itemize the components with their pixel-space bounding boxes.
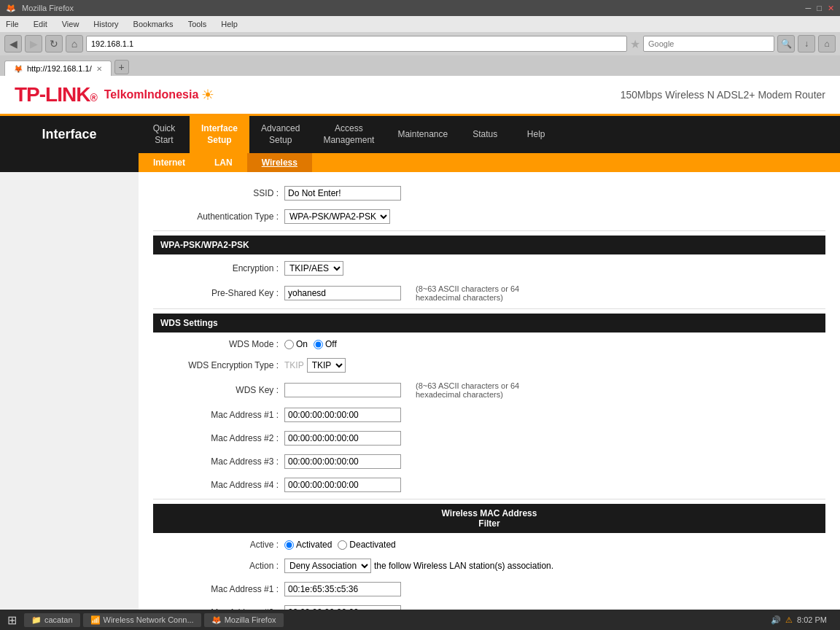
deactivated-label[interactable]: Deactivated bbox=[338, 540, 395, 550]
wds-mac1-row: Mac Address #1 : bbox=[153, 405, 825, 424]
nav-quick-start[interactable]: QuickStart bbox=[139, 116, 190, 153]
wds-on-label[interactable]: On bbox=[284, 339, 308, 349]
wds-mode-row: WDS Mode : On Off bbox=[153, 337, 825, 351]
wds-encryption-label: WDS Encryption Type : bbox=[153, 360, 284, 370]
active-radio-group: Activated Deactivated bbox=[284, 540, 396, 550]
menu-history[interactable]: History bbox=[90, 18, 121, 30]
wds-mac3-label: Mac Address #3 : bbox=[153, 456, 284, 467]
subnav-wireless[interactable]: Wireless bbox=[247, 153, 312, 172]
firefox-taskbar-icon: 🦊 bbox=[211, 615, 222, 625]
subnav-lan[interactable]: LAN bbox=[200, 153, 247, 172]
wds-mac1-label: Mac Address #1 : bbox=[153, 410, 284, 420]
wds-mac4-label: Mac Address #4 : bbox=[153, 480, 284, 490]
encryption-row: Encryption : TKIP/AES bbox=[153, 259, 825, 278]
back-button[interactable]: ◀ bbox=[4, 35, 22, 52]
nav-maintenance[interactable]: Maintenance bbox=[386, 116, 459, 153]
wds-mac2-label: Mac Address #2 : bbox=[153, 433, 284, 443]
active-tab[interactable]: 🦊 http://192.168.1.1/ ✕ bbox=[4, 61, 112, 76]
psk-label: Pre-Shared Key : bbox=[153, 288, 284, 298]
menu-view[interactable]: View bbox=[59, 18, 82, 30]
wds-mac2-input[interactable] bbox=[284, 431, 401, 446]
content-area: SSID : Authentication Type : WPA-PSK/WPA… bbox=[139, 172, 840, 630]
nav-access-management[interactable]: AccessManagement bbox=[311, 116, 386, 153]
tab-bar: 🦊 http://192.168.1.1/ ✕ + bbox=[0, 55, 840, 76]
folder-icon: 📁 bbox=[31, 615, 42, 625]
wds-encryption-select[interactable]: TKIP bbox=[307, 358, 346, 373]
sub-nav-spacer bbox=[0, 153, 139, 172]
home-button[interactable]: ⌂ bbox=[66, 35, 83, 52]
wds-on-radio[interactable] bbox=[284, 340, 294, 349]
minimize-btn[interactable]: ─ bbox=[806, 4, 812, 13]
wds-off-radio[interactable] bbox=[314, 340, 323, 349]
wds-mac1-input[interactable] bbox=[284, 408, 401, 422]
address-bar[interactable] bbox=[86, 36, 627, 52]
download-icon[interactable]: ↓ bbox=[798, 35, 815, 52]
wds-key-input[interactable] bbox=[284, 383, 401, 397]
main-layout: SSID : Authentication Type : WPA-PSK/WPA… bbox=[0, 172, 840, 630]
tp-link-logo: TP-LINK® bbox=[15, 83, 97, 106]
logo-area: TP-LINK® TelkomIndonesia ☀ bbox=[15, 83, 214, 106]
maximize-btn[interactable]: □ bbox=[817, 4, 822, 13]
wds-mac4-row: Mac Address #4 : bbox=[153, 475, 825, 494]
menu-tools[interactable]: Tools bbox=[185, 18, 210, 30]
menu-help[interactable]: Help bbox=[218, 18, 241, 30]
menu-file[interactable]: File bbox=[3, 18, 22, 30]
search-icon[interactable]: 🔍 bbox=[777, 35, 795, 52]
taskbar-firefox[interactable]: 🦊 Mozilla Firefox bbox=[204, 613, 284, 627]
ssid-row: SSID : bbox=[153, 184, 825, 203]
sub-nav: Internet LAN Wireless bbox=[139, 153, 840, 172]
wpa-section-header: WPA-PSK/WPA2-PSK bbox=[153, 236, 825, 254]
alert-icon: ⚠ bbox=[785, 615, 793, 625]
new-tab-button[interactable]: + bbox=[114, 60, 129, 74]
taskbar-wireless[interactable]: 📶 Wireless Network Conn... bbox=[83, 613, 201, 627]
wds-encryption-row: WDS Encryption Type : TKIP TKIP bbox=[153, 356, 825, 375]
browser-toolbar: ◀ ▶ ↻ ⌂ ★ 🔍 ↓ ⌂ bbox=[0, 32, 840, 55]
menu-bookmarks[interactable]: Bookmarks bbox=[131, 18, 176, 30]
wds-off-label[interactable]: Off bbox=[314, 339, 337, 349]
wds-encryption-value: TKIP bbox=[284, 360, 304, 370]
auth-type-select[interactable]: WPA-PSK/WPA2-PSK bbox=[284, 209, 390, 224]
left-sidebar bbox=[0, 172, 139, 630]
encryption-label: Encryption : bbox=[153, 263, 284, 273]
subnav-internet[interactable]: Internet bbox=[139, 153, 200, 172]
filter-mac1-label: Mac Address #1 : bbox=[153, 584, 284, 594]
wds-mac4-input[interactable] bbox=[284, 478, 401, 492]
wds-mac3-row: Mac Address #3 : bbox=[153, 452, 825, 471]
home-icon[interactable]: ⌂ bbox=[818, 35, 836, 52]
active-label: Active : bbox=[153, 540, 284, 550]
filter-mac1-input[interactable] bbox=[284, 582, 401, 596]
action-suffix: the follow Wireless LAN station(s) assoc… bbox=[374, 561, 553, 571]
nav-advanced-setup[interactable]: AdvancedSetup bbox=[249, 116, 311, 153]
active-row: Active : Activated Deactivated bbox=[153, 537, 825, 552]
search-bar[interactable] bbox=[643, 36, 774, 52]
menu-edit[interactable]: Edit bbox=[31, 18, 50, 30]
wds-key-row: WDS Key : (8~63 ASCII characters or 64he… bbox=[153, 379, 825, 401]
wds-mac3-input[interactable] bbox=[284, 454, 401, 469]
firefox-icon: 🦊 bbox=[6, 4, 16, 13]
action-select[interactable]: Deny Association bbox=[284, 559, 371, 573]
tab-close-btn[interactable]: ✕ bbox=[96, 65, 102, 73]
router-model: 150Mbps Wireless N ADSL2+ Modem Router bbox=[621, 89, 825, 101]
taskbar-system-icons: 🔊 ⚠ 8:02 PM bbox=[771, 615, 837, 625]
nav-status[interactable]: Status bbox=[459, 116, 510, 153]
wds-mode-radio-group: On Off bbox=[284, 339, 337, 349]
tab-favicon: 🦊 bbox=[14, 65, 23, 73]
close-btn[interactable]: ✕ bbox=[828, 4, 834, 13]
ssid-label: SSID : bbox=[153, 188, 284, 198]
action-label: Action : bbox=[153, 561, 284, 571]
activated-label[interactable]: Activated bbox=[284, 540, 332, 550]
bookmark-star[interactable]: ★ bbox=[630, 37, 640, 51]
psk-input[interactable] bbox=[284, 286, 401, 300]
action-row: Action : Deny Association the follow Wir… bbox=[153, 556, 825, 575]
activated-radio[interactable] bbox=[284, 540, 294, 550]
deactivated-radio[interactable] bbox=[338, 540, 347, 550]
nav-help[interactable]: Help bbox=[510, 116, 561, 153]
taskbar-cacatan[interactable]: 📁 cacatan bbox=[24, 613, 80, 627]
filter-mac1-row: Mac Address #1 : bbox=[153, 580, 825, 599]
encryption-select[interactable]: TKIP/AES bbox=[284, 261, 343, 276]
ssid-input[interactable] bbox=[284, 186, 401, 201]
mac-filter-section-header: Wireless MAC AddressFilter bbox=[153, 504, 825, 533]
nav-interface-setup[interactable]: InterfaceSetup bbox=[190, 116, 249, 153]
forward-button[interactable]: ▶ bbox=[25, 35, 42, 52]
reload-button[interactable]: ↻ bbox=[45, 35, 63, 52]
